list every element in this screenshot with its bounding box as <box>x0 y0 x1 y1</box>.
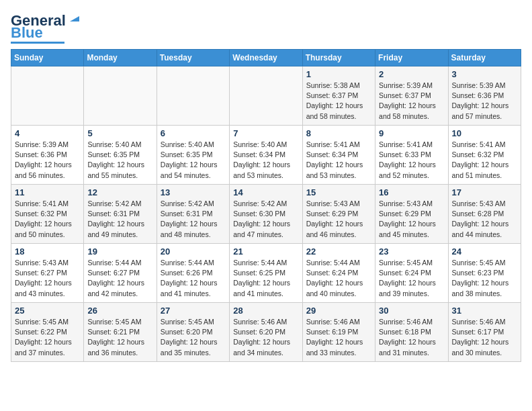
day-detail: Sunrise: 5:43 AM Sunset: 6:29 PM Dayligh… <box>379 199 444 240</box>
calendar-cell: 12Sunrise: 5:42 AM Sunset: 6:31 PM Dayli… <box>84 185 157 244</box>
calendar-cell: 24Sunrise: 5:45 AM Sunset: 6:23 PM Dayli… <box>448 244 521 303</box>
calendar-cell: 16Sunrise: 5:43 AM Sunset: 6:29 PM Dayli… <box>375 185 448 244</box>
calendar-cell: 15Sunrise: 5:43 AM Sunset: 6:29 PM Dayli… <box>302 185 375 244</box>
day-detail: Sunrise: 5:41 AM Sunset: 6:32 PM Dayligh… <box>15 199 80 240</box>
day-number: 18 <box>15 246 80 257</box>
day-detail: Sunrise: 5:45 AM Sunset: 6:20 PM Dayligh… <box>161 317 226 358</box>
col-header-sunday: Sunday <box>11 50 84 66</box>
day-detail: Sunrise: 5:39 AM Sunset: 6:37 PM Dayligh… <box>379 81 444 122</box>
day-detail: Sunrise: 5:43 AM Sunset: 6:29 PM Dayligh… <box>306 199 371 240</box>
day-number: 3 <box>452 69 517 79</box>
day-number: 8 <box>306 128 371 138</box>
day-number: 23 <box>379 246 444 257</box>
calendar-cell: 21Sunrise: 5:44 AM Sunset: 6:25 PM Dayli… <box>230 244 302 303</box>
day-number: 2 <box>379 69 444 79</box>
calendar-cell: 29Sunrise: 5:46 AM Sunset: 6:19 PM Dayli… <box>302 303 375 362</box>
day-detail: Sunrise: 5:41 AM Sunset: 6:32 PM Dayligh… <box>452 140 517 181</box>
col-header-monday: Monday <box>84 50 157 66</box>
calendar-cell: 18Sunrise: 5:43 AM Sunset: 6:27 PM Dayli… <box>11 244 84 303</box>
day-detail: Sunrise: 5:44 AM Sunset: 6:27 PM Dayligh… <box>87 258 152 299</box>
calendar-cell <box>84 66 157 126</box>
calendar-cell: 10Sunrise: 5:41 AM Sunset: 6:32 PM Dayli… <box>448 126 521 185</box>
col-header-wednesday: Wednesday <box>230 50 302 66</box>
col-header-tuesday: Tuesday <box>157 50 229 66</box>
calendar-cell: 13Sunrise: 5:42 AM Sunset: 6:31 PM Dayli… <box>157 185 229 244</box>
day-number: 5 <box>87 128 152 138</box>
day-detail: Sunrise: 5:46 AM Sunset: 6:18 PM Dayligh… <box>379 317 444 358</box>
calendar-cell: 31Sunrise: 5:46 AM Sunset: 6:17 PM Dayli… <box>448 303 521 362</box>
day-detail: Sunrise: 5:46 AM Sunset: 6:17 PM Dayligh… <box>452 317 517 358</box>
page-header: General Blue <box>11 11 521 44</box>
day-detail: Sunrise: 5:42 AM Sunset: 6:31 PM Dayligh… <box>87 199 152 240</box>
day-number: 4 <box>15 128 80 138</box>
calendar-cell <box>157 66 229 126</box>
day-detail: Sunrise: 5:45 AM Sunset: 6:22 PM Dayligh… <box>15 317 80 358</box>
calendar-cell: 2Sunrise: 5:39 AM Sunset: 6:37 PM Daylig… <box>375 66 448 126</box>
calendar-cell: 25Sunrise: 5:45 AM Sunset: 6:22 PM Dayli… <box>11 303 84 362</box>
day-number: 12 <box>87 187 152 197</box>
day-detail: Sunrise: 5:41 AM Sunset: 6:33 PM Dayligh… <box>379 140 444 181</box>
day-detail: Sunrise: 5:42 AM Sunset: 6:31 PM Dayligh… <box>161 199 226 240</box>
day-number: 24 <box>452 246 517 257</box>
day-number: 13 <box>161 187 226 197</box>
day-detail: Sunrise: 5:44 AM Sunset: 6:26 PM Dayligh… <box>161 258 226 299</box>
calendar-table: SundayMondayTuesdayWednesdayThursdayFrid… <box>11 49 521 362</box>
calendar-cell: 23Sunrise: 5:45 AM Sunset: 6:24 PM Dayli… <box>375 244 448 303</box>
calendar-cell: 11Sunrise: 5:41 AM Sunset: 6:32 PM Dayli… <box>11 185 84 244</box>
day-number: 7 <box>233 128 298 138</box>
svg-marker-0 <box>70 16 79 21</box>
day-detail: Sunrise: 5:42 AM Sunset: 6:30 PM Dayligh… <box>233 199 298 240</box>
day-number: 10 <box>452 128 517 138</box>
day-detail: Sunrise: 5:45 AM Sunset: 6:23 PM Dayligh… <box>452 258 517 299</box>
day-detail: Sunrise: 5:40 AM Sunset: 6:35 PM Dayligh… <box>87 140 152 181</box>
calendar-cell: 7Sunrise: 5:40 AM Sunset: 6:34 PM Daylig… <box>230 126 302 185</box>
day-number: 20 <box>161 246 226 257</box>
calendar-cell: 30Sunrise: 5:46 AM Sunset: 6:18 PM Dayli… <box>375 303 448 362</box>
day-detail: Sunrise: 5:45 AM Sunset: 6:21 PM Dayligh… <box>87 317 152 358</box>
day-detail: Sunrise: 5:40 AM Sunset: 6:34 PM Dayligh… <box>233 140 298 181</box>
calendar-cell: 28Sunrise: 5:46 AM Sunset: 6:20 PM Dayli… <box>230 303 302 362</box>
day-detail: Sunrise: 5:39 AM Sunset: 6:36 PM Dayligh… <box>15 140 80 181</box>
logo: General Blue <box>11 11 81 44</box>
col-header-saturday: Saturday <box>448 50 521 66</box>
day-detail: Sunrise: 5:44 AM Sunset: 6:25 PM Dayligh… <box>233 258 298 299</box>
day-detail: Sunrise: 5:39 AM Sunset: 6:36 PM Dayligh… <box>452 81 517 122</box>
day-number: 16 <box>379 187 444 197</box>
calendar-cell: 3Sunrise: 5:39 AM Sunset: 6:36 PM Daylig… <box>448 66 521 126</box>
day-detail: Sunrise: 5:43 AM Sunset: 6:28 PM Dayligh… <box>452 199 517 240</box>
calendar-cell <box>230 66 302 126</box>
calendar-cell: 20Sunrise: 5:44 AM Sunset: 6:26 PM Dayli… <box>157 244 229 303</box>
calendar-cell: 6Sunrise: 5:40 AM Sunset: 6:35 PM Daylig… <box>157 126 229 185</box>
day-number: 6 <box>161 128 226 138</box>
calendar-cell: 9Sunrise: 5:41 AM Sunset: 6:33 PM Daylig… <box>375 126 448 185</box>
day-number: 15 <box>306 187 371 197</box>
calendar-cell: 5Sunrise: 5:40 AM Sunset: 6:35 PM Daylig… <box>84 126 157 185</box>
calendar-cell: 17Sunrise: 5:43 AM Sunset: 6:28 PM Dayli… <box>448 185 521 244</box>
day-detail: Sunrise: 5:40 AM Sunset: 6:35 PM Dayligh… <box>161 140 226 181</box>
day-number: 28 <box>233 306 298 316</box>
day-number: 14 <box>233 187 298 197</box>
day-number: 29 <box>306 306 371 316</box>
calendar-cell: 22Sunrise: 5:44 AM Sunset: 6:24 PM Dayli… <box>302 244 375 303</box>
day-detail: Sunrise: 5:46 AM Sunset: 6:20 PM Dayligh… <box>233 317 298 358</box>
day-number: 22 <box>306 246 371 257</box>
day-detail: Sunrise: 5:44 AM Sunset: 6:24 PM Dayligh… <box>306 258 371 299</box>
day-number: 25 <box>15 306 80 316</box>
day-number: 31 <box>452 306 517 316</box>
calendar-cell: 19Sunrise: 5:44 AM Sunset: 6:27 PM Dayli… <box>84 244 157 303</box>
calendar-cell: 1Sunrise: 5:38 AM Sunset: 6:37 PM Daylig… <box>302 66 375 126</box>
calendar-cell <box>11 66 84 126</box>
day-number: 26 <box>87 306 152 316</box>
calendar-cell: 4Sunrise: 5:39 AM Sunset: 6:36 PM Daylig… <box>11 126 84 185</box>
logo-icon <box>69 11 81 23</box>
day-detail: Sunrise: 5:46 AM Sunset: 6:19 PM Dayligh… <box>306 317 371 358</box>
day-detail: Sunrise: 5:45 AM Sunset: 6:24 PM Dayligh… <box>379 258 444 299</box>
day-number: 11 <box>15 187 80 197</box>
calendar-cell: 27Sunrise: 5:45 AM Sunset: 6:20 PM Dayli… <box>157 303 229 362</box>
day-detail: Sunrise: 5:38 AM Sunset: 6:37 PM Dayligh… <box>306 81 371 122</box>
day-number: 30 <box>379 306 444 316</box>
calendar-cell: 8Sunrise: 5:41 AM Sunset: 6:34 PM Daylig… <box>302 126 375 185</box>
day-detail: Sunrise: 5:41 AM Sunset: 6:34 PM Dayligh… <box>306 140 371 181</box>
calendar-cell: 26Sunrise: 5:45 AM Sunset: 6:21 PM Dayli… <box>84 303 157 362</box>
col-header-friday: Friday <box>375 50 448 66</box>
